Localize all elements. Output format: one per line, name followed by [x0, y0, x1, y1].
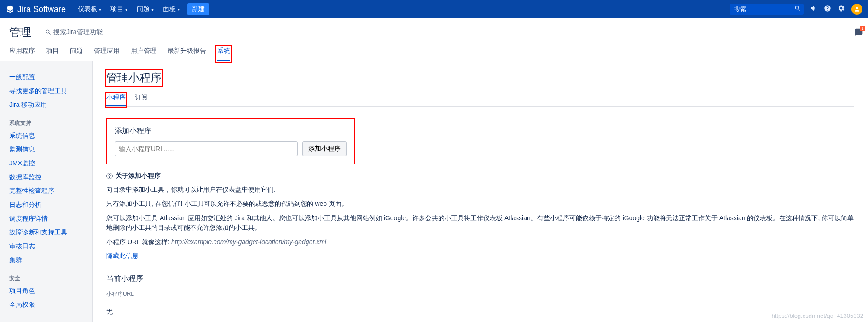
- gear-icon[interactable]: [838, 5, 845, 14]
- watermark: https://blog.csdn.net/qq_41305332: [772, 312, 864, 319]
- chevron-down-icon: ▾: [99, 7, 101, 12]
- sidebar-item-find-tools[interactable]: 寻找更多的管理工具: [9, 84, 92, 98]
- main-content: 管理小程序 小程序 订阅 添加小程序 添加小程序 ? 关于添加小程序 向目录中添…: [92, 61, 868, 322]
- logo-text: Jira Software: [17, 5, 66, 14]
- sidebar-item-roles[interactable]: 项目角色: [9, 284, 92, 298]
- sidebar-item-audit[interactable]: 审核日志: [9, 240, 92, 253]
- body: 一般配置 寻找更多的管理工具 Jira 移动应用 系统支持 系统信息 监测信息 …: [0, 61, 868, 322]
- hide-info-link[interactable]: 隐藏此信息: [106, 252, 139, 259]
- sub-tab-projects[interactable]: 项目: [46, 47, 59, 61]
- search-icon: [45, 29, 52, 35]
- nav-items: 仪表板▾ 项目▾ 问题▾ 面板▾ 新建: [73, 0, 730, 18]
- create-button[interactable]: 新建: [187, 3, 209, 15]
- about-p4: 小程序 URL 就像这样: http://example.com/my-gadg…: [106, 237, 854, 247]
- nav-dashboards[interactable]: 仪表板▾: [73, 0, 106, 18]
- sidebar-head-support: 系统支持: [9, 119, 92, 127]
- add-heading: 添加小程序: [115, 126, 347, 136]
- sidebar-item-integrity[interactable]: 完整性检查程序: [9, 184, 92, 198]
- jira-logo-icon: [6, 5, 15, 14]
- sidebar-item-monitor[interactable]: 监测信息: [9, 143, 92, 157]
- sub-tab-apps[interactable]: 应用程序: [9, 47, 35, 61]
- sidebar-item-logs[interactable]: 日志和分析: [9, 198, 92, 212]
- notification-badge: 1: [860, 26, 865, 31]
- gadget-url-input[interactable]: [115, 141, 298, 156]
- page-title: 管理小程序: [106, 70, 162, 85]
- chevron-down-icon: ▾: [151, 7, 154, 12]
- sidebar-item-cluster[interactable]: 集群: [9, 253, 92, 267]
- about-p2: 只有添加小工具, 在您信任! 小工具可以允许不必要的或恶意的代码到您的 web …: [106, 199, 854, 209]
- sidebar-item-db[interactable]: 数据库监控: [9, 170, 92, 184]
- search-input[interactable]: [730, 4, 794, 15]
- sidebar: 一般配置 寻找更多的管理工具 Jira 移动应用 系统支持 系统信息 监测信息 …: [0, 61, 92, 322]
- sub-tab-upgrade[interactable]: 最新升级报告: [168, 47, 206, 61]
- help-icon[interactable]: [824, 5, 831, 14]
- info-icon: ?: [106, 173, 113, 179]
- table-row-empty: 无: [106, 302, 854, 322]
- sidebar-item-jmx[interactable]: JMX监控: [9, 157, 92, 170]
- megaphone-icon[interactable]: [810, 5, 817, 14]
- search-wrap[interactable]: [730, 4, 804, 15]
- current-gadgets-heading: 当前小程序: [106, 274, 854, 284]
- sidebar-item-troubleshoot[interactable]: 故障诊断和支持工具: [9, 226, 92, 240]
- admin-search-placeholder: 搜索Jira管理功能: [53, 28, 103, 36]
- sub-header: 管理 搜索Jira管理功能 应用程序 项目 问题 管理应用 用户管理 最新升级报…: [0, 18, 868, 61]
- sub-tab-manage-apps[interactable]: 管理应用: [94, 47, 120, 61]
- sidebar-item-general[interactable]: 一般配置: [9, 70, 92, 84]
- feedback-icon[interactable]: 1: [854, 28, 863, 39]
- about-p3: 您可以添加小工具 Atlassian 应用如交汇处的 Jira 和其他人。您也可…: [106, 213, 854, 233]
- add-gadget-box: 添加小程序 添加小程序: [106, 118, 355, 164]
- search-icon[interactable]: [794, 5, 801, 13]
- sidebar-item-mobile[interactable]: Jira 移动应用: [9, 98, 92, 112]
- admin-title: 管理: [9, 25, 31, 40]
- admin-search[interactable]: 搜索Jira管理功能: [45, 28, 103, 36]
- sidebar-item-scheduler[interactable]: 调度程序详情: [9, 212, 92, 226]
- logo[interactable]: Jira Software: [6, 5, 66, 14]
- avatar-icon: [854, 6, 860, 12]
- sub-tab-user-mgmt[interactable]: 用户管理: [131, 47, 156, 61]
- about-heading: ? 关于添加小程序: [106, 172, 854, 180]
- sidebar-item-permissions[interactable]: 全局权限: [9, 298, 92, 312]
- sidebar-head-security: 安全: [9, 275, 92, 282]
- sidebar-item-sysinfo[interactable]: 系统信息: [9, 129, 92, 143]
- nav-projects[interactable]: 项目▾: [106, 0, 132, 18]
- inner-tabs: 小程序 订阅: [106, 94, 854, 107]
- chevron-down-icon: ▾: [178, 7, 180, 12]
- tab-gadgets[interactable]: 小程序: [106, 94, 126, 106]
- chevron-down-icon: ▾: [125, 7, 127, 12]
- avatar[interactable]: [851, 4, 862, 15]
- sub-tabs: 应用程序 项目 问题 管理应用 用户管理 最新升级报告 系统: [9, 47, 859, 61]
- top-nav: Jira Software 仪表板▾ 项目▾ 问题▾ 面板▾ 新建: [0, 0, 868, 18]
- top-right: [730, 4, 862, 15]
- tab-subscriptions[interactable]: 订阅: [135, 94, 148, 106]
- add-gadget-button[interactable]: 添加小程序: [302, 141, 347, 156]
- sub-tab-system[interactable]: 系统: [217, 47, 230, 61]
- table-header-url: 小程序URL: [106, 290, 854, 302]
- nav-boards[interactable]: 面板▾: [158, 0, 185, 18]
- sub-tab-issues[interactable]: 问题: [70, 47, 83, 61]
- about-p1: 向目录中添加小工具，你就可以让用户在仪表盘中使用它们.: [106, 185, 854, 194]
- nav-issues[interactable]: 问题▾: [132, 0, 158, 18]
